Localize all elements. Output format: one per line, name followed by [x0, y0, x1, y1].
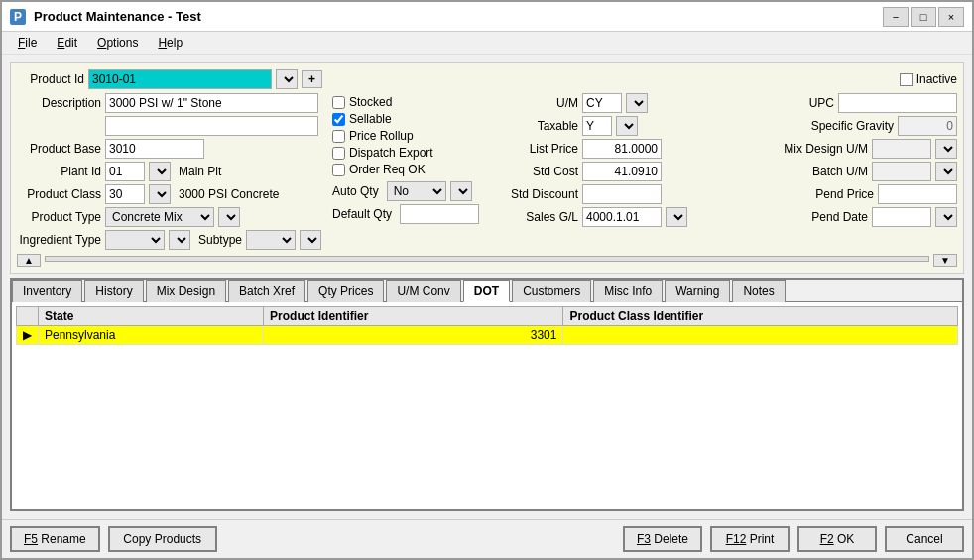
tab-customers[interactable]: Customers	[512, 280, 591, 302]
std-cost-input[interactable]	[582, 162, 662, 181]
tab-batch-xref[interactable]: Batch Xref	[228, 280, 305, 302]
title-bar-buttons: − □ ×	[883, 7, 964, 27]
close-button[interactable]: ×	[938, 7, 964, 27]
um-dropdown[interactable]	[626, 93, 648, 113]
product-type-select[interactable]: Concrete Mix	[105, 207, 214, 227]
description-input[interactable]	[105, 93, 318, 113]
row-class-identifier[interactable]	[563, 326, 958, 345]
taxable-label: Taxable	[499, 119, 578, 133]
row-product-identifier[interactable]: 3301	[264, 326, 563, 345]
product-type-label: Product Type	[17, 210, 101, 224]
dispatch-export-checkbox[interactable]	[332, 147, 345, 160]
copy-products-button[interactable]: Copy Products	[108, 526, 217, 552]
tab-mix-design[interactable]: Mix Design	[146, 280, 226, 302]
inactive-checkbox[interactable]	[900, 73, 913, 86]
sales-gl-input[interactable]	[582, 207, 662, 227]
add-button[interactable]: +	[302, 70, 322, 88]
tab-warning[interactable]: Warning	[665, 280, 730, 302]
subtype-label: Subtype	[198, 233, 242, 247]
list-price-label: List Price	[499, 142, 578, 156]
inactive-label: Inactive	[916, 72, 957, 86]
plant-id-input[interactable]	[105, 162, 145, 181]
order-req-ok-row: Order Req OK	[332, 163, 491, 176]
taxable-dropdown[interactable]	[616, 116, 638, 136]
sales-gl-dropdown[interactable]	[666, 207, 687, 227]
print-button[interactable]: F12 Print	[710, 526, 790, 552]
ok-button[interactable]: F2 OK	[797, 526, 877, 552]
sellable-checkbox[interactable]	[332, 113, 345, 126]
subtype-select[interactable]	[246, 230, 296, 250]
list-price-input[interactable]	[582, 139, 662, 159]
inactive-area: Inactive	[900, 72, 957, 86]
product-base-row: Product Base	[17, 139, 324, 159]
tab-dot[interactable]: DOT	[463, 280, 510, 302]
menu-edit[interactable]: Edit	[49, 34, 85, 52]
ingredient-type-dropdown[interactable]	[169, 230, 190, 250]
menu-help[interactable]: Help	[150, 34, 190, 52]
left-fields: Description Product Base Plant Id	[17, 93, 324, 250]
product-class-row: Product Class 3000 PSI Concrete	[17, 184, 324, 204]
mix-design-um-input	[872, 139, 931, 159]
product-class-input[interactable]	[105, 184, 145, 204]
ingredient-type-select[interactable]	[105, 230, 165, 250]
pend-date-label: Pend Date	[784, 210, 868, 224]
pend-date-input[interactable]	[872, 207, 931, 227]
scroll-up-button[interactable]: ▲	[17, 254, 41, 267]
maximize-button[interactable]: □	[911, 7, 936, 27]
description-label: Description	[17, 96, 101, 110]
auto-qty-dropdown[interactable]	[450, 181, 472, 201]
right-fields: U/M UPC Taxable Specific Gravity	[499, 93, 957, 227]
pend-date-dropdown[interactable]	[935, 207, 957, 227]
table-row[interactable]: ▶ Pennsylvania 3301	[17, 326, 958, 345]
order-req-ok-checkbox[interactable]	[332, 164, 345, 176]
tab-misc-info[interactable]: Misc Info	[593, 280, 663, 302]
upc-input[interactable]	[838, 93, 957, 113]
menu-options[interactable]: Options	[89, 34, 146, 52]
menu-file[interactable]: File	[10, 34, 45, 52]
taxable-input[interactable]	[582, 116, 612, 136]
description-row: Description	[17, 93, 324, 113]
taxable-row: Taxable Specific Gravity	[499, 116, 957, 136]
std-discount-input[interactable]	[582, 184, 662, 204]
order-req-ok-label: Order Req OK	[349, 163, 426, 176]
specific-gravity-input	[898, 116, 957, 136]
sales-gl-label: Sales G/L	[499, 210, 578, 224]
description2-row	[17, 116, 324, 136]
mix-design-um-dropdown[interactable]	[935, 139, 957, 159]
tab-notes[interactable]: Notes	[732, 280, 785, 302]
auto-qty-select[interactable]: No	[387, 181, 446, 201]
table-header-class-identifier: Product Class Identifier	[563, 307, 958, 326]
product-id-input[interactable]: 3010-01	[88, 69, 272, 89]
product-type-dropdown[interactable]	[218, 207, 240, 227]
scroll-down-button[interactable]: ▼	[933, 254, 957, 267]
rename-button[interactable]: F5 Rename	[10, 526, 100, 552]
tab-inventory[interactable]: Inventory	[12, 280, 82, 302]
plant-id-dropdown[interactable]	[149, 162, 171, 181]
row-state[interactable]: Pennsylvania	[39, 326, 264, 345]
delete-button[interactable]: F3 Delete	[623, 526, 702, 552]
main-window: P Product Maintenance - Test − □ × File …	[0, 0, 974, 560]
subtype-dropdown[interactable]	[300, 230, 321, 250]
product-class-dropdown[interactable]	[149, 184, 171, 204]
price-rollup-checkbox[interactable]	[332, 130, 345, 143]
product-type-row: Product Type Concrete Mix	[17, 207, 324, 227]
dot-table: State Product Identifier Product Class I…	[16, 306, 958, 345]
scrollbar[interactable]	[45, 256, 929, 262]
pend-price-input[interactable]	[878, 184, 957, 204]
tab-um-conv[interactable]: U/M Conv	[386, 280, 460, 302]
scroll-area: ▲ ▼	[17, 254, 957, 267]
stocked-checkbox[interactable]	[332, 96, 345, 109]
batch-um-dropdown[interactable]	[935, 162, 957, 181]
description2-input[interactable]	[105, 116, 318, 136]
cancel-button[interactable]: Cancel	[885, 526, 964, 552]
minimize-button[interactable]: −	[883, 7, 909, 27]
default-qty-input[interactable]	[400, 204, 479, 224]
product-base-input[interactable]	[105, 139, 204, 159]
tab-qty-prices[interactable]: Qty Prices	[307, 280, 384, 302]
product-base-label: Product Base	[17, 142, 101, 156]
um-input[interactable]	[582, 93, 622, 113]
tab-history[interactable]: History	[84, 280, 143, 302]
default-qty-row: Default Qty	[332, 204, 491, 224]
row-indicator: ▶	[17, 326, 39, 345]
product-id-dropdown[interactable]: ▼	[276, 69, 298, 89]
